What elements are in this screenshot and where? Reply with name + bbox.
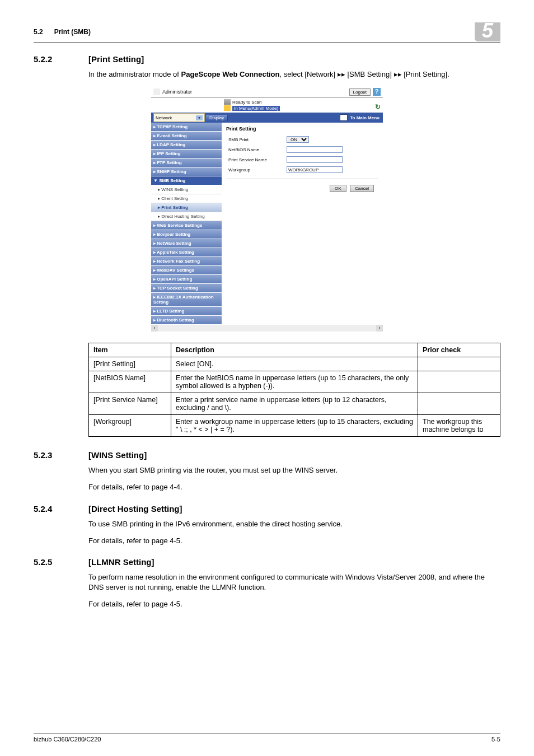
sidebar-item-networkfax[interactable]: ▸ Network Fax Setting bbox=[151, 257, 222, 266]
netbios-input[interactable] bbox=[287, 146, 343, 153]
page-header: 5.2 Print (SMB) 5 bbox=[34, 22, 500, 43]
table-row: [NetBIOS Name] Enter the NetBIOS name in… bbox=[89, 371, 500, 393]
ok-button[interactable]: OK bbox=[330, 185, 346, 192]
sidebar-item-tcpsocket[interactable]: ▸ TCP Socket Setting bbox=[151, 284, 222, 293]
footer-left: bizhub C360/C280/C220 bbox=[34, 736, 101, 743]
network-select[interactable]: Network ▾ bbox=[153, 113, 205, 122]
status-mode: In Menu(Admin Mode) bbox=[232, 106, 280, 111]
form-title: Print Setting bbox=[226, 126, 378, 132]
admin-label: Administrator bbox=[162, 89, 192, 95]
sidebar-sub-client[interactable]: ▸ Client Setting bbox=[151, 194, 222, 203]
help-icon[interactable]: ? bbox=[373, 88, 381, 96]
sidebar-item-ftp[interactable]: ▸ FTP Setting bbox=[151, 158, 222, 167]
section-num: 5.2.3 bbox=[34, 450, 88, 460]
section-525-p1: To perform name resolution in the enviro… bbox=[88, 572, 500, 592]
status-ready: Ready to Scan bbox=[232, 100, 261, 105]
section-name: [WINS Setting] bbox=[88, 450, 147, 460]
th-prior: Prior check bbox=[418, 343, 500, 357]
section-num: 5.2.2 bbox=[34, 54, 88, 64]
section-522-title: 5.2.2 [Print Setting] bbox=[34, 54, 500, 64]
printer-icon bbox=[224, 99, 231, 105]
chevron-down-icon: ▾ bbox=[196, 115, 203, 120]
table-row: [Print Setting] Select [ON]. bbox=[89, 357, 500, 371]
arrows-2: ▸▸ bbox=[394, 70, 402, 78]
footer-right: 5-5 bbox=[491, 736, 500, 743]
screenshot-scrollbar[interactable]: ‹ › bbox=[151, 325, 383, 332]
section-name: [Direct Hosting Setting] bbox=[88, 504, 182, 514]
refresh-icon[interactable]: ↻ bbox=[375, 103, 381, 111]
shot-statusbar: Ready to Scan In Menu(Admin Mode) ↻ bbox=[151, 98, 383, 113]
section-name: [Print Setting] bbox=[88, 54, 144, 64]
sidebar-sub-print[interactable]: ▸ Print Setting bbox=[151, 203, 222, 212]
row-netbios-label: NetBIOS Name bbox=[228, 147, 259, 152]
section-num: 5.2.4 bbox=[34, 504, 88, 514]
th-desc: Description bbox=[171, 343, 418, 357]
embedded-screenshot: Administrator Logout ? Ready to Scan In … bbox=[151, 86, 383, 332]
description-table: Item Description Prior check [Print Sett… bbox=[88, 343, 500, 437]
sidebar-item-bonjour[interactable]: ▸ Bonjour Setting bbox=[151, 230, 222, 239]
to-main-label: To Main Menu bbox=[350, 115, 380, 120]
intro-d: [SMB Setting] bbox=[345, 70, 394, 78]
psn-input[interactable] bbox=[287, 156, 343, 163]
sidebar-item-smb[interactable]: ▼ SMB Setting bbox=[151, 176, 222, 185]
network-label: Network bbox=[156, 115, 172, 120]
sidebar-item-webservice[interactable]: ▸ Web Service Settings bbox=[151, 221, 222, 230]
section-522-intro: In the administrator mode of PageScope W… bbox=[88, 69, 500, 80]
sidebar-item-ieee8021x[interactable]: ▸ IEEE802.1X Authentication Setting bbox=[151, 293, 222, 307]
sidebar-item-webdav[interactable]: ▸ WebDAV Settings bbox=[151, 266, 222, 275]
intro-e: [Print Setting]. bbox=[402, 70, 449, 78]
main-menu-icon bbox=[340, 114, 348, 121]
table-row: [Print Service Name] Enter a print servi… bbox=[89, 393, 500, 415]
scroll-right-icon[interactable]: › bbox=[376, 325, 383, 332]
sidebar-item-openapi[interactable]: ▸ OpenAPI Setting bbox=[151, 275, 222, 284]
avatar-icon bbox=[153, 88, 160, 95]
sidebar-item-lltd[interactable]: ▸ LLTD Setting bbox=[151, 307, 222, 316]
chapter-badge: 5 bbox=[475, 22, 500, 41]
row-psn-label: Print Service Name bbox=[228, 157, 267, 162]
scroll-left-icon[interactable]: ‹ bbox=[151, 325, 158, 332]
intro-bold: PageScope Web Connection bbox=[181, 70, 279, 78]
page-footer: bizhub C360/C280/C220 5-5 bbox=[34, 734, 500, 743]
row-workgroup-label: Workgroup bbox=[228, 167, 250, 172]
section-525-p2: For details, refer to page 4-5. bbox=[88, 599, 500, 609]
section-523-p2: For details, refer to page 4-4. bbox=[88, 482, 500, 492]
sidebar-item-netware[interactable]: ▸ NetWare Setting bbox=[151, 239, 222, 248]
smb-print-select[interactable]: ON bbox=[287, 136, 309, 143]
warning-icon bbox=[224, 105, 231, 111]
shot-main: Print Setting SMB Print ON NetBIOS Name … bbox=[222, 123, 383, 325]
to-main-menu-button[interactable]: To Main Menu bbox=[340, 114, 383, 121]
sidebar-item-ldap[interactable]: ▸ LDAP Setting bbox=[151, 141, 222, 150]
sidebar-item-email[interactable]: ▸ E-mail Setting bbox=[151, 132, 222, 141]
cancel-button[interactable]: Cancel bbox=[350, 185, 374, 192]
section-num: 5.2.5 bbox=[34, 557, 88, 567]
header-breadcrumb: 5.2 Print (SMB) bbox=[34, 28, 91, 36]
section-525-title: 5.2.5 [LLMNR Setting] bbox=[34, 557, 500, 567]
shot-sidebar: ▸ TCP/IP Setting ▸ E-mail Setting ▸ LDAP… bbox=[151, 123, 222, 325]
sidebar-item-bluetooth[interactable]: ▸ Bluetooth Setting bbox=[151, 316, 222, 325]
logout-button[interactable]: Logout bbox=[349, 88, 371, 96]
th-item: Item bbox=[89, 343, 171, 357]
workgroup-input[interactable] bbox=[287, 166, 343, 173]
section-name: [LLMNR Setting] bbox=[88, 557, 154, 567]
intro-c: , select [Network] bbox=[280, 70, 338, 78]
section-524-p2: For details, refer to page 4-5. bbox=[88, 536, 500, 546]
sidebar-item-ipp[interactable]: ▸ IPP Setting bbox=[151, 150, 222, 158]
section-523-title: 5.2.3 [WINS Setting] bbox=[34, 450, 500, 460]
arrows-1: ▸▸ bbox=[338, 70, 345, 78]
display-button[interactable]: Display bbox=[206, 115, 228, 121]
sidebar-item-snmp[interactable]: ▸ SNMP Setting bbox=[151, 167, 222, 176]
sidebar-item-appletalk[interactable]: ▸ AppleTalk Setting bbox=[151, 248, 222, 257]
section-523-p1: When you start SMB printing via the rout… bbox=[88, 465, 500, 475]
shot-topbar: Administrator Logout ? bbox=[151, 86, 383, 98]
sidebar-sub-direct[interactable]: ▸ Direct Hosting Setting bbox=[151, 212, 222, 221]
sidebar-item-tcpip[interactable]: ▸ TCP/IP Setting bbox=[151, 123, 222, 132]
intro-a: In the administrator mode of bbox=[88, 70, 181, 78]
shot-menubar: Network ▾ Display To Main Menu bbox=[151, 113, 383, 123]
section-524-title: 5.2.4 [Direct Hosting Setting] bbox=[34, 504, 500, 514]
table-row: [Workgroup] Enter a workgroup name in up… bbox=[89, 415, 500, 437]
row-smbprint-label: SMB Print bbox=[228, 137, 249, 142]
sidebar-sub-wins[interactable]: ▸ WINS Setting bbox=[151, 185, 222, 194]
section-524-p1: To use SMB printing in the IPv6 environm… bbox=[88, 519, 500, 529]
